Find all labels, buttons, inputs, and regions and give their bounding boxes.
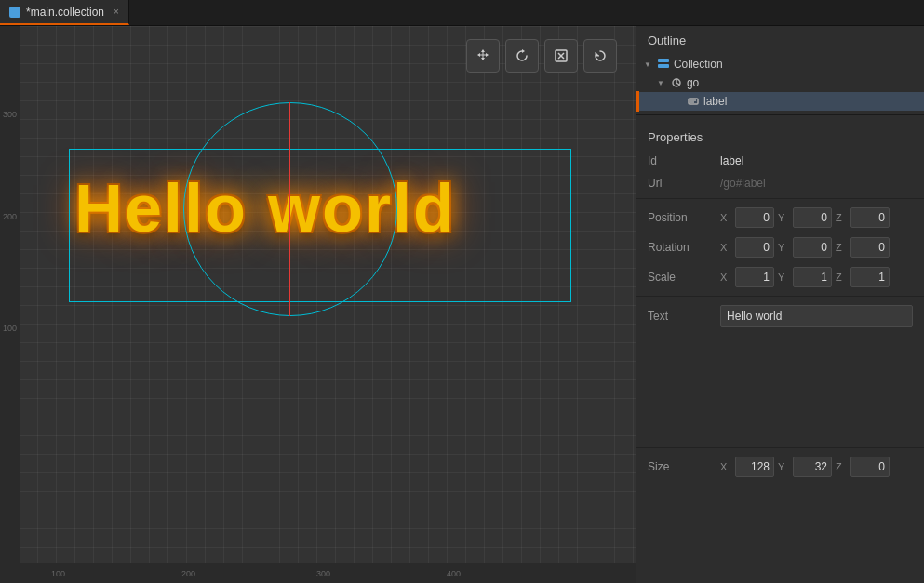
crosshair-horizontal [69, 219, 571, 219]
move-icon [475, 48, 490, 63]
size-y-input[interactable] [793, 457, 832, 477]
rotation-y-input[interactable] [793, 237, 832, 258]
outline-go-label: go [687, 76, 699, 89]
svg-rect-4 [658, 64, 669, 68]
prop-row-scale: Scale X Y Z [636, 262, 924, 292]
divider-3 [636, 447, 924, 448]
divider-1 [636, 198, 924, 199]
z-label-rot: Z [836, 242, 847, 253]
tab-icon [9, 7, 20, 18]
scale-x-input[interactable] [735, 267, 774, 287]
collection-icon [657, 58, 670, 71]
prop-url-label: Url [648, 177, 713, 190]
scale-z-input[interactable] [850, 267, 890, 287]
canvas-content: Hello world [20, 46, 636, 563]
rotation-z-input[interactable] [850, 237, 890, 258]
outline-item-label[interactable]: label [636, 92, 924, 111]
right-panel: Outline ▼ Collection ▼ go [636, 26, 924, 583]
outline-item-collection[interactable]: ▼ Collection [636, 55, 924, 73]
properties-header: Properties [636, 123, 924, 150]
outline-label-label: label [703, 95, 727, 108]
ruler-mark-100: 100 [3, 324, 17, 333]
prop-id-value: label [720, 154, 743, 167]
x-label-rot: X [720, 242, 731, 253]
prop-scale-label: Scale [648, 271, 713, 284]
prop-position-label: Position [648, 211, 713, 224]
tab-close-button[interactable]: × [114, 7, 119, 17]
outline-collection-label: Collection [674, 58, 723, 71]
rotation-x-input[interactable] [735, 237, 774, 258]
prop-position-xyz: X Y Z [720, 207, 913, 228]
prop-scale-xyz: X Y Z [720, 267, 913, 287]
z-label-pos: Z [836, 212, 847, 223]
ruler-bottom: 100 200 300 400 [0, 563, 636, 583]
ruler-mark-300: 300 [316, 569, 330, 578]
ruler-mark-400: 400 [447, 569, 461, 578]
y-label-scl: Y [778, 272, 789, 283]
tab-label: *main.collection [26, 6, 104, 19]
prop-row-position: Position X Y Z [636, 203, 924, 232]
rotate-icon [515, 48, 529, 63]
outline-item-go[interactable]: ▼ go [636, 73, 924, 92]
x-label-pos: X [720, 212, 731, 223]
main-area: 300 200 100 100 200 300 400 [0, 26, 924, 583]
prop-row-rotation: Rotation X Y Z [636, 232, 924, 262]
prop-size-label: Size [648, 460, 713, 473]
outline-section: Outline ▼ Collection ▼ go [636, 26, 924, 115]
label-icon [687, 95, 700, 108]
x-label-size: X [720, 461, 731, 472]
rotate-tool-button[interactable] [505, 39, 539, 73]
z-label-scl: Z [836, 272, 847, 283]
divider-2 [636, 296, 924, 297]
y-label-size: Y [778, 461, 789, 472]
z-label-size: Z [836, 461, 847, 472]
prop-rotation-label: Rotation [648, 241, 713, 254]
ruler-mark-100: 100 [51, 569, 65, 578]
prop-url-value: /go#label [720, 177, 766, 190]
selected-indicator [636, 91, 639, 112]
reset-tool-button[interactable] [583, 39, 617, 73]
canvas-area[interactable]: 300 200 100 100 200 300 400 [0, 26, 636, 583]
prop-row-size: Size X Y Z [636, 452, 924, 482]
tab-bar: *main.collection × [0, 0, 924, 26]
size-z-input[interactable] [850, 457, 890, 477]
outline-arrow-collection: ▼ [644, 60, 651, 69]
position-x-input[interactable] [735, 207, 774, 228]
x-label-scl: X [720, 272, 731, 283]
outline-arrow-go: ▼ [657, 79, 664, 87]
selection-circle [183, 102, 397, 316]
canvas-toolbar [466, 39, 617, 73]
scale-y-input[interactable] [793, 267, 832, 287]
prop-text-label: Text [648, 310, 713, 323]
go-icon [670, 76, 683, 89]
reset-icon [593, 48, 608, 63]
crosshair-vertical [289, 102, 290, 316]
svg-rect-3 [658, 59, 669, 62]
prop-row-url: Url /go#label [636, 172, 924, 194]
svg-rect-6 [689, 99, 698, 104]
prop-size-xyz: X Y Z [720, 457, 913, 477]
scale-icon [554, 48, 569, 63]
y-label-rot: Y [778, 242, 789, 253]
prop-id-label: Id [648, 154, 713, 167]
text-spacer [636, 332, 924, 444]
ruler-mark-300: 300 [3, 110, 17, 119]
ruler-mark-200: 200 [3, 212, 17, 221]
prop-text-value: Hello world [720, 305, 913, 327]
selection-outer-box [69, 149, 571, 302]
position-z-input[interactable] [850, 207, 890, 228]
y-label-pos: Y [778, 212, 789, 223]
size-x-input[interactable] [735, 457, 774, 477]
properties-section: Properties Id label Url /go#label Positi… [636, 115, 924, 583]
prop-row-id: Id label [636, 150, 924, 172]
hello-world-label: Hello world [74, 166, 456, 251]
position-y-input[interactable] [793, 207, 832, 228]
ruler-mark-200: 200 [181, 569, 195, 578]
outline-header: Outline [636, 26, 924, 55]
main-tab[interactable]: *main.collection × [0, 0, 129, 25]
scale-tool-button[interactable] [544, 39, 578, 73]
prop-row-text: Text Hello world [636, 300, 924, 332]
ruler-left: 300 200 100 [0, 26, 20, 583]
move-tool-button[interactable] [466, 39, 500, 73]
prop-rotation-xyz: X Y Z [720, 237, 913, 258]
